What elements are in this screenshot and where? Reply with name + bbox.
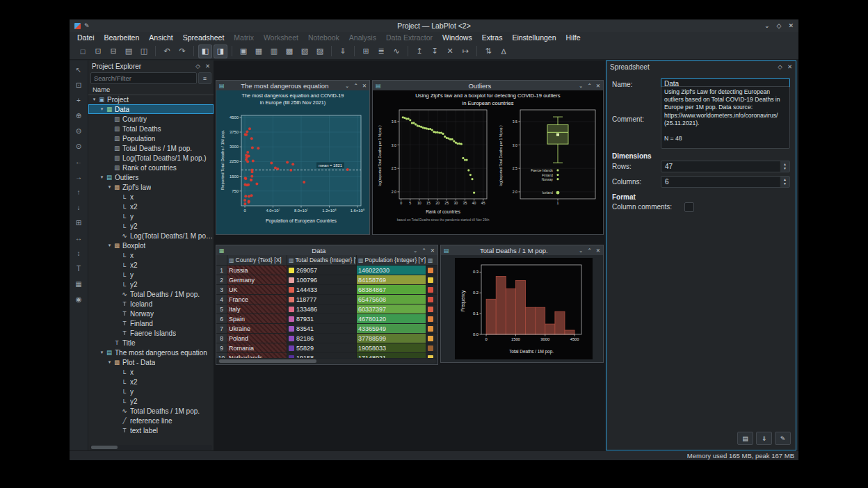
column-header-country-text-x[interactable]: ▥Country {Text} [X] — [227, 255, 287, 266]
row-number[interactable]: 10 — [216, 353, 227, 358]
menu-ansicht[interactable]: Ansicht — [144, 33, 177, 42]
menu-extras[interactable]: Extras — [477, 33, 508, 42]
tree-item-reference-line[interactable]: ╱reference line — [88, 416, 214, 425]
expand-arrow-icon[interactable]: ▾ — [106, 184, 113, 190]
new-notebook-button[interactable]: ▨ — [313, 44, 327, 58]
save-document-button[interactable]: ⊟ — [106, 44, 120, 58]
expand-arrow-icon[interactable]: ▾ — [99, 174, 105, 180]
zoom-in-tool-button[interactable]: ⊕ — [72, 109, 86, 122]
tree-item-faeroe-islands[interactable]: TFaeroe Islands — [88, 328, 214, 338]
cell-population[interactable]: 68384867 — [357, 285, 426, 295]
row-number[interactable]: 5 — [216, 304, 227, 314]
auto-scale-x-tool-button[interactable]: ↔ — [72, 231, 86, 245]
cell-total-deaths[interactable]: 82186 — [287, 334, 357, 343]
worksheet-view[interactable]: Total Deaths / 1M pop. Frequency 0150030… — [441, 255, 603, 362]
tree-item-country[interactable]: ▥Country — [88, 114, 214, 124]
new-spreadsheet-button[interactable]: ▥ — [267, 44, 281, 58]
restore-button[interactable]: ⌃ — [587, 247, 591, 254]
shift-left-tool-button[interactable]: ← — [72, 155, 86, 168]
redo-button[interactable]: ↷ — [175, 44, 189, 58]
dangerous-equation-plot[interactable]: Population of European Countries Reporte… — [216, 90, 369, 234]
cell-extra[interactable] — [426, 334, 437, 343]
tree-item-total-deaths-1m-pop[interactable]: ∿Total Deaths / 1M pop. — [88, 289, 214, 299]
new-workbook-button[interactable]: ▦ — [252, 44, 266, 58]
search-input[interactable] — [90, 72, 197, 84]
cell-country[interactable]: Romania — [227, 343, 287, 353]
import-file-button[interactable]: ⇓ — [336, 44, 350, 58]
tree-item-total-deaths[interactable]: ▥Total Deaths — [88, 124, 214, 133]
tree-item-total-deaths-1m-pop[interactable]: ∿Total Deaths / 1M pop. — [88, 406, 214, 416]
cell-total-deaths[interactable]: 133486 — [287, 304, 357, 314]
worksheet-view[interactable]: Using Zipf's law and a boxplot for detec… — [373, 90, 603, 234]
menu-hilfe[interactable]: Hilfe — [561, 33, 585, 42]
auto-scale-y-tool-button[interactable]: ↕ — [72, 247, 86, 260]
new-worksheet-button[interactable]: ▧ — [298, 44, 312, 58]
tree-item-x2[interactable]: Lx2 — [88, 202, 214, 211]
insert-row-below-button[interactable]: ↧ — [428, 44, 442, 58]
window-titlebar[interactable]: ▤ The most dangerous equation ⌄ ⌃ ✕ — [216, 81, 369, 90]
open-document-button[interactable]: ⊡ — [91, 44, 105, 58]
cell-population[interactable]: 37788599 — [357, 334, 426, 343]
column-header-item[interactable]: ▥ — [426, 255, 437, 266]
cell-total-deaths[interactable]: 55829 — [287, 343, 357, 353]
auto-scale-tool-button[interactable]: ⊞ — [72, 216, 86, 229]
tree-item-plot-data[interactable]: ▾▩Plot - Data — [88, 357, 214, 367]
expand-arrow-icon[interactable]: ▾ — [106, 243, 113, 248]
cell-country[interactable]: Germany — [227, 275, 287, 285]
tree-item-the-most-dangerous-equation[interactable]: ▾▤The most dangerous equation — [88, 348, 214, 357]
tree-item-y[interactable]: Ly — [88, 270, 214, 279]
menu-windows[interactable]: Windows — [437, 33, 477, 42]
tree-item-log-total-deaths-1-m-pop[interactable]: ▥Log(Total Deaths/1 M pop.) — [88, 153, 214, 163]
cell-population[interactable]: 146022030 — [357, 266, 426, 275]
menu-spreadsheet[interactable]: Spreadsheet — [178, 33, 230, 42]
cell-total-deaths[interactable]: 118777 — [287, 295, 357, 304]
table-horizontal-scrollbar[interactable] — [218, 359, 436, 364]
minimize-button[interactable]: ⌄ — [764, 22, 770, 29]
cell-population[interactable]: 46780120 — [357, 314, 426, 324]
expand-arrow-icon[interactable]: ▾ — [91, 97, 97, 102]
explorer-horizontal-scrollbar[interactable] — [90, 445, 212, 450]
tree-item-data[interactable]: ▾▦Data — [88, 104, 214, 114]
template-save-icon[interactable]: ⇓ — [756, 432, 772, 445]
tree-item-rank-of-countries[interactable]: ▥Rank of countries — [88, 163, 214, 172]
restore-button[interactable]: ⌃ — [353, 83, 357, 89]
tree-item-total-deaths-1m-pop[interactable]: ▥Total Deaths / 1M pop. — [88, 143, 214, 153]
scrollbar-thumb[interactable] — [219, 359, 316, 363]
close-button[interactable]: ✕ — [431, 247, 435, 254]
row-number[interactable]: 4 — [216, 295, 227, 304]
new-document-button[interactable]: □ — [76, 44, 90, 58]
cell-extra[interactable] — [426, 295, 437, 304]
row-number[interactable]: 1 — [216, 266, 227, 275]
row-number[interactable]: 7 — [216, 324, 227, 334]
close-button[interactable]: ✕ — [596, 83, 600, 89]
tree-item-x2[interactable]: Lx2 — [88, 260, 214, 270]
column-comments-checkbox[interactable] — [684, 202, 694, 212]
tree-item-finland[interactable]: TFinland — [88, 318, 214, 328]
dock-close-icon[interactable]: ✕ — [205, 63, 210, 70]
close-button[interactable]: ✕ — [596, 247, 600, 254]
column-header-total-deaths-integer-y[interactable]: ▥Total Deaths {Integer} [Y] — [287, 255, 357, 266]
toggle-project-explorer-button[interactable]: ◧ — [198, 44, 212, 58]
shade-button[interactable]: ⌄ — [579, 247, 583, 254]
cell-total-deaths[interactable]: 144433 — [287, 285, 357, 295]
menu-matrix[interactable]: Matrix — [229, 33, 259, 42]
cell-country[interactable]: Poland — [227, 334, 287, 343]
spreadsheet-dock-header[interactable]: Spreadsheet ◇ ✕ — [606, 61, 796, 72]
dock-close-icon[interactable]: ✕ — [787, 63, 792, 70]
print-button[interactable]: ▤ — [122, 44, 136, 58]
navigate-tool-button[interactable]: ↖ — [72, 63, 86, 76]
row-number[interactable]: 6 — [216, 314, 227, 324]
cell-extra[interactable] — [426, 314, 437, 324]
cell-country[interactable]: Spain — [227, 314, 287, 324]
tree-item-x[interactable]: Lx — [88, 250, 214, 260]
cell-extra[interactable] — [426, 343, 437, 353]
worksheet-view[interactable]: The most dangerous equation and COVID-19… — [216, 90, 369, 234]
scrollbar-thumb[interactable] — [91, 446, 118, 449]
new-matrix-button[interactable]: ▩ — [282, 44, 296, 58]
cell-country[interactable]: France — [227, 295, 287, 304]
menu-data-extractor[interactable]: Data Extractor — [381, 33, 437, 42]
template-edit-icon[interactable]: ✎ — [775, 432, 791, 445]
expand-arrow-icon[interactable]: ▾ — [99, 106, 105, 112]
tree-item-x2[interactable]: Lx2 — [88, 377, 214, 387]
cell-country[interactable]: Italy — [227, 304, 287, 314]
